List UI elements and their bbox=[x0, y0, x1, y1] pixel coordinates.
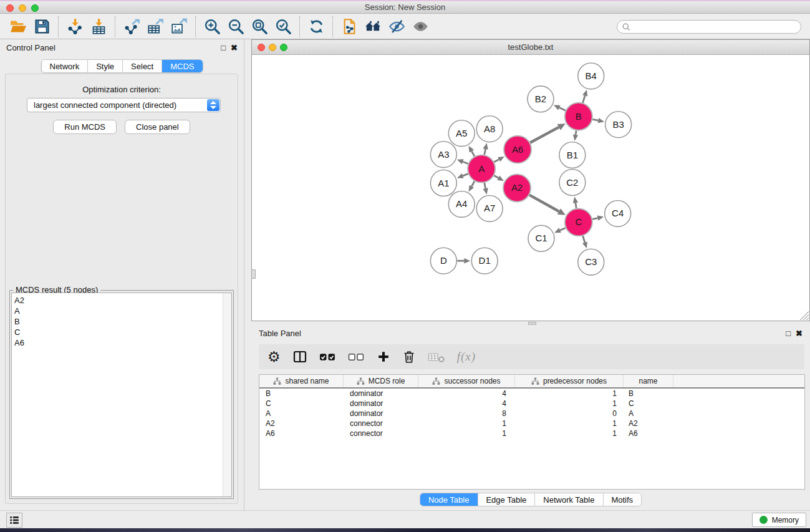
cell[interactable]: connector bbox=[344, 428, 418, 438]
deselect-checkboxes-icon[interactable] bbox=[348, 352, 365, 362]
import-network-icon[interactable] bbox=[63, 16, 87, 37]
graph-edge-B-B1[interactable] bbox=[576, 130, 576, 135]
horizontal-split-divider[interactable] bbox=[251, 321, 810, 326]
graph-edge-A-A5[interactable] bbox=[471, 151, 475, 156]
graph-edge-B-B2[interactable] bbox=[559, 108, 566, 111]
result-item-a6[interactable]: A6 bbox=[14, 337, 231, 348]
graph-edge-B-B4[interactable] bbox=[583, 95, 586, 102]
node-table[interactable]: shared nameMCDS rolesuccessor nodesprede… bbox=[259, 374, 805, 490]
cell[interactable]: A bbox=[259, 409, 344, 418]
result-item-c[interactable]: C bbox=[14, 327, 231, 337]
run-mcds-button[interactable]: Run MCDS bbox=[53, 120, 117, 134]
table-row-a6[interactable]: A6connector11A6 bbox=[259, 428, 804, 438]
graph-edge-A-A8[interactable] bbox=[485, 149, 486, 155]
cell[interactable]: dominator bbox=[344, 399, 418, 409]
cell[interactable]: B bbox=[259, 389, 344, 399]
refresh-layout-icon[interactable] bbox=[304, 16, 328, 37]
open-file-icon[interactable] bbox=[6, 16, 30, 37]
graph-edge-A-A2[interactable] bbox=[494, 176, 498, 178]
cell[interactable]: A6 bbox=[259, 428, 344, 438]
column-header-predecessor-nodes[interactable]: predecessor nodes bbox=[515, 375, 624, 387]
graph-edge-A-A3[interactable] bbox=[463, 162, 468, 163]
home-browser-icon[interactable] bbox=[361, 16, 385, 37]
graph-edge-A6-B[interactable] bbox=[530, 127, 559, 143]
cell[interactable]: 8 bbox=[418, 409, 515, 418]
graph-edge-A-A7[interactable] bbox=[485, 183, 486, 188]
table-settings-gear-icon[interactable]: ⚙ bbox=[268, 349, 281, 365]
network-document-icon[interactable] bbox=[337, 16, 361, 37]
memory-button[interactable]: Memory bbox=[752, 513, 806, 527]
divider-grip[interactable] bbox=[528, 322, 536, 325]
delete-column-trash-icon[interactable] bbox=[402, 350, 416, 364]
tab-network-table[interactable]: Network Table bbox=[535, 493, 603, 506]
cell[interactable]: 1 bbox=[515, 399, 624, 409]
tab-mcds[interactable]: MCDS bbox=[162, 60, 202, 72]
graph-edge-A-A6[interactable] bbox=[494, 160, 499, 162]
tab-motifs[interactable]: Motifs bbox=[603, 493, 641, 506]
cell[interactable]: 4 bbox=[418, 399, 515, 409]
table-row-a2[interactable]: A2connector11A2 bbox=[259, 418, 804, 428]
cell[interactable]: connector bbox=[344, 418, 418, 428]
graph-edge-C-C1[interactable] bbox=[560, 228, 566, 230]
export-table-icon[interactable] bbox=[143, 16, 167, 37]
close-panel-icon[interactable]: ✖ bbox=[231, 43, 238, 52]
cell[interactable]: dominator bbox=[344, 389, 418, 399]
zoom-fit-icon[interactable] bbox=[248, 16, 271, 37]
close-panel-button[interactable]: Close panel bbox=[125, 120, 190, 134]
cell[interactable]: 0 bbox=[515, 409, 624, 418]
table-row-b[interactable]: Bdominator41B bbox=[259, 389, 804, 399]
cell[interactable]: A2 bbox=[624, 418, 673, 428]
cell[interactable]: C bbox=[624, 399, 673, 409]
dropdown-stepper-icon[interactable] bbox=[207, 99, 219, 111]
select-all-checkboxes-icon[interactable] bbox=[319, 352, 336, 362]
tab-select[interactable]: Select bbox=[123, 60, 162, 72]
column-header-shared-name[interactable]: shared name bbox=[259, 375, 344, 387]
show-panels-eye-icon[interactable] bbox=[408, 16, 432, 37]
result-list-scrollbar[interactable] bbox=[223, 293, 231, 496]
minimize-window-button[interactable] bbox=[19, 4, 26, 12]
task-history-button[interactable] bbox=[6, 513, 22, 528]
graph-edge-A2-C[interactable] bbox=[529, 195, 559, 211]
cell[interactable]: C bbox=[259, 399, 344, 409]
search-input[interactable] bbox=[634, 21, 796, 33]
table-row-a[interactable]: Adominator80A bbox=[259, 409, 804, 418]
zoom-out-icon[interactable] bbox=[224, 16, 248, 37]
column-header-successor-nodes[interactable]: successor nodes bbox=[418, 375, 515, 387]
mcds-result-list[interactable]: A2ABCA6 bbox=[11, 293, 232, 497]
graph-edge-A-A4[interactable] bbox=[471, 181, 475, 186]
cell[interactable]: A bbox=[624, 409, 673, 418]
delete-table-icon[interactable] bbox=[428, 351, 445, 363]
export-image-icon[interactable] bbox=[167, 16, 191, 37]
zoom-window-button[interactable] bbox=[31, 4, 39, 12]
import-table-icon[interactable] bbox=[87, 16, 110, 37]
toolbar-search-field[interactable] bbox=[617, 20, 801, 34]
tab-node-table[interactable]: Node Table bbox=[420, 493, 478, 506]
graph-edge-C-C4[interactable] bbox=[592, 218, 597, 220]
result-item-b[interactable]: B bbox=[14, 316, 231, 327]
close-window-button[interactable] bbox=[6, 4, 14, 12]
column-header-name[interactable]: name bbox=[624, 375, 673, 387]
cell[interactable]: 1 bbox=[418, 418, 515, 428]
add-column-icon[interactable] bbox=[377, 350, 390, 364]
network-canvas[interactable]: AA1A2A3A4A5A6A7A8BB1B2B3B4CC1C2C3C4DD1 bbox=[252, 56, 809, 321]
tab-network[interactable]: Network bbox=[41, 60, 88, 72]
cell[interactable]: B bbox=[624, 389, 673, 399]
network-graph[interactable]: AA1A2A3A4A5A6A7A8BB1B2B3B4CC1C2C3C4DD1 bbox=[252, 56, 809, 321]
cell[interactable]: 1 bbox=[418, 428, 515, 438]
zoom-selected-icon[interactable] bbox=[271, 16, 295, 37]
cell[interactable]: 1 bbox=[515, 389, 624, 399]
zoom-in-icon[interactable] bbox=[200, 16, 224, 37]
cell[interactable]: 1 bbox=[515, 428, 624, 438]
column-header-MCDS-role[interactable]: MCDS role bbox=[344, 375, 418, 387]
cell[interactable]: 1 bbox=[515, 418, 624, 428]
hide-panels-icon[interactable] bbox=[385, 16, 408, 37]
close-table-panel-icon[interactable]: ✖ bbox=[796, 329, 803, 338]
result-item-a[interactable]: A bbox=[14, 306, 231, 316]
cell[interactable]: A2 bbox=[259, 418, 344, 428]
table-row-c[interactable]: Cdominator41C bbox=[259, 399, 804, 409]
window-resize-grip[interactable] bbox=[800, 311, 809, 320]
graph-edge-C-C3[interactable] bbox=[583, 236, 585, 243]
column-view-icon[interactable] bbox=[292, 349, 307, 364]
graph-edge-A-A1[interactable] bbox=[463, 174, 468, 176]
export-network-icon[interactable] bbox=[120, 16, 143, 37]
